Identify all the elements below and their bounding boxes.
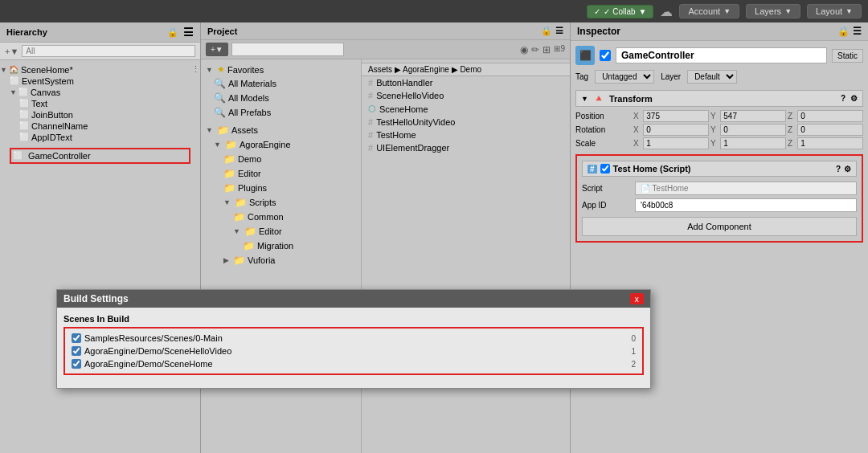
layer-select[interactable]: Default [687, 70, 737, 84]
transform-help-icon[interactable]: ? [841, 94, 845, 103]
rot-y-label: Y [710, 125, 719, 134]
folder-favorites[interactable]: ▼ ★ Favorites [201, 63, 361, 76]
scene-2-checkbox[interactable] [72, 359, 81, 369]
scale-y-input[interactable] [720, 137, 786, 149]
appid-input[interactable] [635, 198, 857, 212]
gameobject-name-input[interactable] [616, 47, 827, 63]
hierarchy-item-eventsystem[interactable]: ⬜ EventSystem [0, 76, 200, 87]
migration-folder-icon: 📁 [243, 240, 255, 251]
plugins-label: Plugins [238, 183, 267, 193]
hierarchy-add-icon[interactable]: +▼ [5, 47, 18, 56]
plugins-folder-icon: 📁 [223, 182, 235, 194]
inspector-menu-icon[interactable]: ☰ [853, 26, 862, 37]
rot-x-input[interactable] [643, 124, 709, 136]
folder-vuforia[interactable]: ▶ 📁 Vuforia [201, 253, 361, 267]
project-menu-icon[interactable]: ☰ [555, 26, 563, 36]
rot-y-input[interactable] [720, 124, 786, 136]
project-tree: ▼ ★ Favorites 🔍 All Materials 🔍 All Mode… [201, 59, 362, 453]
scene-icon2: ⬡ [368, 104, 376, 114]
hierarchy-item-appidtext[interactable]: ⬜ AppIDText [0, 132, 200, 143]
pos-y-input[interactable] [720, 110, 786, 122]
transform-section-header[interactable]: ▼ 🔺 Transform ? ⚙ [575, 90, 863, 107]
scene-1-checkbox[interactable] [72, 346, 81, 356]
demo-folder-icon: 📁 [223, 153, 235, 165]
script-enabled-toggle[interactable] [600, 164, 610, 173]
hierarchy-header: Hierarchy 🔒 ☰ [0, 22, 200, 43]
joinbutton-icon: ⬜ [19, 110, 29, 120]
tag-select[interactable]: Untagged [595, 70, 654, 84]
account-arrow: ▼ [723, 7, 731, 15]
layout-button[interactable]: Layout ▼ [807, 4, 862, 18]
hierarchy-menu-dots[interactable]: ⋮ [191, 64, 200, 75]
agora-arrow: ▼ [214, 141, 221, 149]
folder-all-materials[interactable]: 🔍 All Materials [201, 76, 361, 91]
script-value-display: 📄 TestHome [635, 182, 857, 195]
scene-0-number: 0 [631, 334, 636, 343]
folder-migration[interactable]: 📁 Migration [201, 239, 361, 253]
hierarchy-item-joinbutton[interactable]: ⬜ JoinButton [0, 109, 200, 120]
static-button[interactable]: Static [832, 49, 863, 63]
appidtext-icon: ⬜ [19, 133, 29, 142]
hierarchy-search-input[interactable] [22, 45, 195, 57]
rot-z-input[interactable] [797, 124, 863, 136]
asset-item-testhome[interactable]: # TestHome [362, 129, 570, 141]
script-help-icon[interactable]: ? [836, 165, 841, 173]
hierarchy-item-canvas[interactable]: ▼ ⬜ Canvas [0, 87, 200, 98]
add-component-button[interactable]: Add Component [582, 217, 857, 236]
folder-common[interactable]: 📁 Common [201, 210, 361, 224]
folder-agoraengine[interactable]: ▼ 📁 AgoraEngine [201, 137, 361, 152]
inspector-content: ⬛ Static Tag Untagged Layer Default ▼ 🔺 … [571, 41, 868, 453]
collab-button[interactable]: ✓ ✓ Collab ▼ [587, 5, 653, 18]
scale-x-input[interactable] [643, 137, 709, 149]
scene-0-checkbox[interactable] [72, 333, 81, 343]
account-label: Account [688, 6, 720, 16]
hierarchy-item-gamecontroller[interactable]: ⬜ GameController [10, 148, 190, 164]
folder-editor2[interactable]: ▼ 📁 Editor [201, 224, 361, 239]
hierarchy-menu-icon[interactable]: ☰ [183, 26, 194, 39]
asset-item-uielementdragger[interactable]: # UIElementDragger [362, 141, 570, 154]
project-files: Assets ▶ AgoraEngine ▶ Demo # ButtonHand… [362, 59, 570, 453]
folder-demo[interactable]: 📁 Demo [201, 152, 361, 166]
asset-item-scenehome[interactable]: ⬡ SceneHome [362, 102, 570, 116]
agora-label: AgoraEngine [240, 140, 291, 149]
project-search-input[interactable] [231, 43, 344, 56]
folder-all-prefabs[interactable]: 🔍 All Prefabs [201, 105, 361, 120]
project-add-button[interactable]: +▼ [206, 43, 228, 56]
hierarchy-item-scenehome[interactable]: ▼ 🏠 SceneHome* ⋮ [0, 63, 200, 76]
script-file-icon: 📄 [641, 184, 650, 193]
hash-icon2: # [368, 91, 373, 100]
script-section-title: Test Home (Script) [613, 164, 691, 173]
layers-label: Layers [755, 6, 781, 16]
folder-scripts[interactable]: ▼ 📁 Scripts [201, 195, 361, 210]
asset-item-scenehellovidio[interactable]: # SceneHelloVideo [362, 89, 570, 102]
testhellounity-label: TestHelloUnityVideo [376, 117, 455, 127]
pos-x-input[interactable] [643, 110, 709, 122]
scale-z-input[interactable] [797, 137, 863, 149]
folder-assets[interactable]: ▼ 📁 Assets [201, 123, 361, 137]
hash-icon5: # [368, 143, 373, 153]
folder-plugins[interactable]: 📁 Plugins [201, 181, 361, 195]
hierarchy-item-text[interactable]: ⬜ Text [0, 98, 200, 109]
favorites-label: Favorites [227, 65, 264, 75]
expand-arrow: ▼ [0, 66, 7, 74]
project-header: Project 🔒 ☰ [201, 22, 570, 40]
gameobject-active-toggle[interactable] [600, 50, 611, 61]
account-button[interactable]: Account ▼ [679, 4, 739, 18]
build-settings-titlebar: Build Settings x [57, 290, 650, 308]
build-settings-close-button[interactable]: x [630, 293, 645, 304]
top-toolbar: ✓ ✓ Collab ▼ ☁ Account ▼ Layers ▼ Layout… [0, 0, 868, 22]
hierarchy-item-channelname[interactable]: ⬜ ChannelName [0, 120, 200, 132]
pos-z-input[interactable] [797, 110, 863, 122]
folder-all-models[interactable]: 🔍 All Models [201, 91, 361, 105]
scenehellovidio-label: SceneHelloVideo [376, 91, 444, 100]
pos-z-label: Z [788, 112, 796, 120]
script-settings-icon[interactable]: ⚙ [844, 165, 851, 173]
folder-icon3: 🔍 [214, 107, 226, 118]
folder-editor[interactable]: 📁 Editor [201, 166, 361, 181]
asset-item-testhellounity[interactable]: # TestHelloUnityVideo [362, 116, 570, 129]
transform-settings-icon[interactable]: ⚙ [850, 94, 858, 103]
layers-button[interactable]: Layers ▼ [746, 4, 800, 18]
build-settings-content: Scenes In Build SamplesResources/Scenes/… [57, 308, 650, 388]
script-section-header[interactable]: # Test Home (Script) ? ⚙ [582, 161, 857, 177]
asset-item-buttonhandler[interactable]: # ButtonHandler [362, 76, 570, 89]
